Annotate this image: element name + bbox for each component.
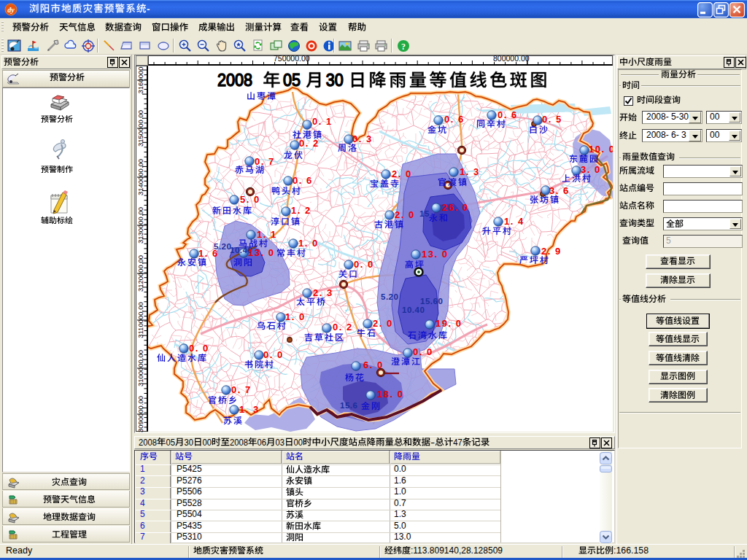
svg-text:dy: dy bbox=[7, 6, 15, 14]
